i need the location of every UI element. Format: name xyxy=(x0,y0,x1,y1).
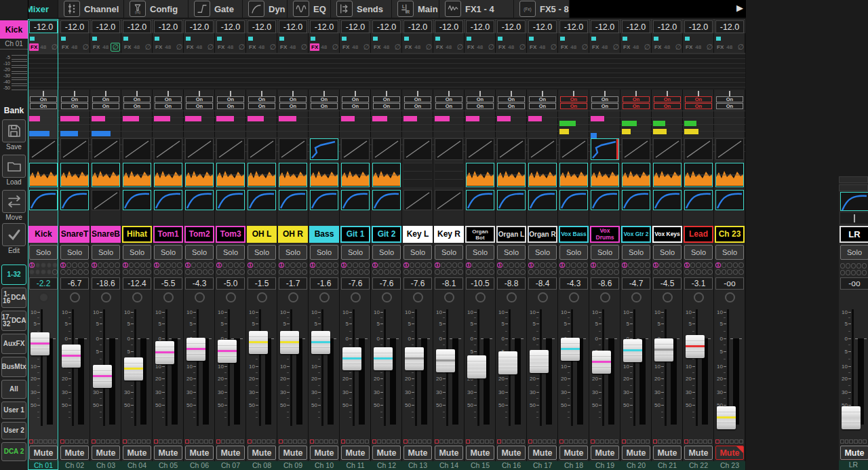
channel-on-button[interactable]: On xyxy=(560,96,587,102)
compressor-thumbnail[interactable] xyxy=(341,190,370,210)
fader-db-value[interactable]: -7.6 xyxy=(403,277,432,290)
mute-button[interactable]: Mute xyxy=(684,446,713,460)
solo-button[interactable]: Solo xyxy=(403,245,432,260)
compressor-thumbnail[interactable] xyxy=(60,190,89,210)
sidebar-load-button[interactable]: Load xyxy=(2,155,26,186)
fx-badge-icon[interactable]: FX xyxy=(528,43,538,51)
fader-db-value[interactable]: -4.7 xyxy=(622,277,650,290)
pan-knob[interactable] xyxy=(340,291,371,303)
compressor-thumbnail[interactable] xyxy=(216,190,245,210)
fader-db-value[interactable]: -8.4 xyxy=(528,277,557,290)
fx-badge-icon[interactable]: FX xyxy=(653,43,663,51)
tab-main[interactable]: LRMain xyxy=(392,0,439,18)
phantom-48v-icon[interactable]: 48 xyxy=(695,44,701,50)
solo-button[interactable]: Solo xyxy=(154,245,182,260)
gate-thumbnail[interactable] xyxy=(310,138,338,160)
channel-strip-ch-03[interactable]: -12.0FX48∅OnOnSnareBSolo1-18.61050510203… xyxy=(90,19,121,470)
solo-button[interactable]: Solo xyxy=(92,245,120,260)
fader-cap[interactable] xyxy=(592,351,611,374)
bank-button-17-32-dca[interactable]: 17-32DCA xyxy=(1,311,26,331)
gate-thumbnail[interactable] xyxy=(29,138,58,160)
compressor-thumbnail[interactable] xyxy=(435,190,463,210)
phantom-48v-icon[interactable]: 48 xyxy=(633,44,639,50)
channel-name[interactable]: Git 2 xyxy=(372,226,401,243)
fader-track[interactable] xyxy=(165,309,167,426)
gate-thumbnail[interactable] xyxy=(622,138,650,160)
channel-on-button-2[interactable]: On xyxy=(591,103,618,109)
channel-strip-ch-08[interactable]: -12.0FX48∅OnOn◀OH LSolo1-1.5105051020305… xyxy=(246,19,277,470)
channel-on-button-2[interactable]: On xyxy=(248,103,275,109)
pan-knob[interactable] xyxy=(309,291,340,303)
channel-on-button-2[interactable]: On xyxy=(155,103,182,109)
fx-badge-icon[interactable]: FX xyxy=(591,43,600,51)
input-gain-value[interactable]: -12.0 xyxy=(435,20,463,33)
bank-button-all[interactable]: All xyxy=(1,380,26,399)
solo-button[interactable]: Solo xyxy=(29,245,58,260)
eq-thumbnail-off[interactable] xyxy=(403,163,432,187)
channel-name[interactable]: Vox Bass xyxy=(559,226,589,243)
channel-strip-ch-16[interactable]: -12.0FX48∅OnOn◀▶Organ LSolo1-8.810505102… xyxy=(496,19,527,470)
channel-number-label[interactable]: Ch 04 xyxy=(121,461,153,470)
phantom-48v-icon[interactable]: 48 xyxy=(227,44,233,50)
compressor-thumbnail[interactable] xyxy=(310,190,338,210)
input-gain-value[interactable]: -12.0 xyxy=(310,20,338,33)
phase-invert-icon[interactable]: ∅ xyxy=(82,43,89,51)
sidebar-save-button[interactable]: Save xyxy=(2,119,26,151)
channel-on-button[interactable]: On xyxy=(217,96,244,102)
fx-badge-icon[interactable]: FX xyxy=(715,43,725,51)
solo-button[interactable]: Solo xyxy=(435,245,463,260)
compressor-thumbnail[interactable] xyxy=(684,190,713,210)
channel-name[interactable]: Tom2 xyxy=(184,226,214,243)
fader-cap[interactable] xyxy=(93,365,112,388)
phase-invert-icon[interactable]: ∅ xyxy=(488,43,494,51)
lr-solo-button[interactable]: Solo xyxy=(840,245,868,260)
phantom-48v-icon[interactable]: 48 xyxy=(539,44,545,50)
channel-on-button[interactable]: On xyxy=(685,96,712,102)
eq-thumbnail[interactable] xyxy=(684,163,713,187)
pan-knob[interactable] xyxy=(652,291,683,303)
phantom-48v-icon[interactable]: 48 xyxy=(258,44,264,50)
fader-track[interactable] xyxy=(41,309,43,426)
channel-number-label[interactable]: Ch 20 xyxy=(620,461,652,470)
gate-thumbnail[interactable] xyxy=(216,138,245,160)
gate-thumbnail[interactable] xyxy=(92,138,120,160)
phantom-48v-icon[interactable]: 48 xyxy=(570,44,576,50)
fader-db-value[interactable]: -8.8 xyxy=(497,277,526,290)
pan-knob[interactable] xyxy=(433,291,465,303)
bank-button-1-16-dca[interactable]: 1-16DCA xyxy=(1,288,26,308)
fx-badge-icon[interactable]: FX xyxy=(372,43,382,51)
phase-invert-icon[interactable]: ∅ xyxy=(332,43,338,51)
mute-button[interactable]: Mute xyxy=(559,446,588,460)
compressor-thumbnail[interactable] xyxy=(466,190,494,210)
gate-thumbnail[interactable] xyxy=(466,138,494,160)
eq-thumbnail[interactable] xyxy=(653,163,682,187)
channel-on-button[interactable]: On xyxy=(435,96,462,102)
pan-knob[interactable] xyxy=(184,291,215,303)
fx-badge-icon[interactable]: FX xyxy=(185,43,195,51)
channel-number-label[interactable]: Ch 06 xyxy=(184,461,215,470)
channel-number-label[interactable]: Ch 19 xyxy=(589,461,620,470)
fx-badge-icon[interactable]: FX xyxy=(279,43,288,51)
fader-track[interactable] xyxy=(321,309,323,426)
bank-button-dca-2[interactable]: DCA 2 xyxy=(1,442,26,461)
mute-button[interactable]: Mute xyxy=(497,446,526,460)
solo-button[interactable]: Solo xyxy=(591,245,619,260)
compressor-thumbnail[interactable] xyxy=(29,190,58,210)
fader-track[interactable] xyxy=(665,309,667,426)
channel-on-button[interactable]: On xyxy=(279,96,307,102)
gate-thumbnail[interactable] xyxy=(559,138,588,160)
phase-invert-icon[interactable]: ∅ xyxy=(394,43,401,51)
input-gain-value[interactable]: -12.0 xyxy=(372,20,401,33)
channel-strip-ch-06[interactable]: -12.0FX48∅OnOn◀▶Tom2Solo1-4.310505102030… xyxy=(184,19,215,470)
channel-on-button[interactable]: On xyxy=(186,96,213,102)
lr-name[interactable]: LR xyxy=(840,226,868,243)
mute-button[interactable]: Mute xyxy=(29,446,58,460)
fx-badge-icon[interactable]: FX xyxy=(622,43,631,51)
compressor-thumbnail[interactable] xyxy=(528,190,557,210)
fader-db-value[interactable]: -1.6 xyxy=(310,277,338,290)
lr-pan-indicator[interactable] xyxy=(840,212,868,224)
channel-name[interactable]: Vox Gtr 2 xyxy=(621,226,651,243)
fader-cap[interactable] xyxy=(717,406,736,429)
eq-thumbnail[interactable] xyxy=(372,163,401,187)
input-gain-value[interactable]: -12.0 xyxy=(29,20,58,33)
